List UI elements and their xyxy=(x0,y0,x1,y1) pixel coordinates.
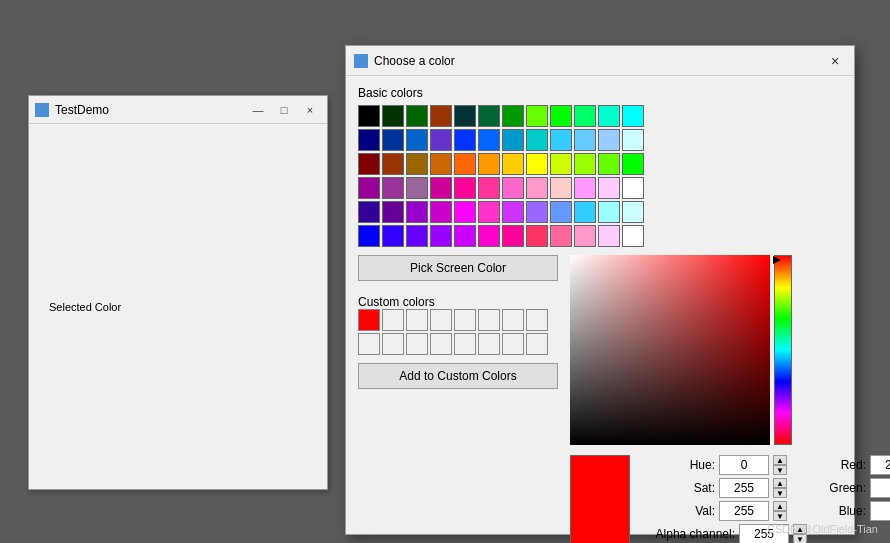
basic-color-swatch[interactable] xyxy=(598,225,620,247)
basic-color-swatch[interactable] xyxy=(598,129,620,151)
basic-color-swatch[interactable] xyxy=(454,177,476,199)
custom-color-swatch[interactable] xyxy=(478,333,500,355)
custom-color-swatch[interactable] xyxy=(454,333,476,355)
hue-down[interactable]: ▼ xyxy=(773,465,787,475)
basic-color-swatch[interactable] xyxy=(478,153,500,175)
basic-color-swatch[interactable] xyxy=(598,105,620,127)
basic-color-swatch[interactable] xyxy=(574,129,596,151)
basic-color-swatch[interactable] xyxy=(478,129,500,151)
basic-color-swatch[interactable] xyxy=(478,225,500,247)
basic-color-swatch[interactable] xyxy=(430,129,452,151)
basic-color-swatch[interactable] xyxy=(406,225,428,247)
basic-color-swatch[interactable] xyxy=(382,201,404,223)
basic-color-swatch[interactable] xyxy=(358,153,380,175)
custom-color-swatch[interactable] xyxy=(430,333,452,355)
basic-color-swatch[interactable] xyxy=(574,153,596,175)
val-up[interactable]: ▲ xyxy=(773,501,787,511)
custom-color-swatch[interactable] xyxy=(382,309,404,331)
basic-color-swatch[interactable] xyxy=(382,105,404,127)
custom-color-swatch[interactable] xyxy=(526,333,548,355)
red-input[interactable] xyxy=(870,455,890,475)
basic-color-swatch[interactable] xyxy=(502,225,524,247)
basic-color-swatch[interactable] xyxy=(406,105,428,127)
custom-color-swatch[interactable] xyxy=(358,333,380,355)
basic-color-swatch[interactable] xyxy=(454,129,476,151)
basic-color-swatch[interactable] xyxy=(454,225,476,247)
sat-input[interactable] xyxy=(719,478,769,498)
basic-color-swatch[interactable] xyxy=(430,225,452,247)
sat-up[interactable]: ▲ xyxy=(773,478,787,488)
alpha-down[interactable]: ▼ xyxy=(793,534,807,543)
basic-color-swatch[interactable] xyxy=(526,105,548,127)
custom-color-swatch[interactable] xyxy=(406,333,428,355)
basic-color-swatch[interactable] xyxy=(406,153,428,175)
basic-color-swatch[interactable] xyxy=(502,177,524,199)
val-input[interactable] xyxy=(719,501,769,521)
basic-color-swatch[interactable] xyxy=(550,129,572,151)
custom-color-swatch[interactable] xyxy=(502,309,524,331)
basic-color-swatch[interactable] xyxy=(358,225,380,247)
basic-color-swatch[interactable] xyxy=(622,105,644,127)
basic-color-swatch[interactable] xyxy=(454,153,476,175)
custom-color-swatch[interactable] xyxy=(502,333,524,355)
basic-color-swatch[interactable] xyxy=(526,177,548,199)
basic-color-swatch[interactable] xyxy=(574,105,596,127)
basic-color-swatch[interactable] xyxy=(454,105,476,127)
basic-color-swatch[interactable] xyxy=(574,177,596,199)
green-input[interactable] xyxy=(870,478,890,498)
basic-color-swatch[interactable] xyxy=(502,201,524,223)
basic-color-swatch[interactable] xyxy=(502,129,524,151)
basic-color-swatch[interactable] xyxy=(358,201,380,223)
custom-color-swatch[interactable] xyxy=(526,309,548,331)
basic-color-swatch[interactable] xyxy=(622,177,644,199)
basic-color-swatch[interactable] xyxy=(574,201,596,223)
basic-color-swatch[interactable] xyxy=(382,177,404,199)
basic-color-swatch[interactable] xyxy=(430,105,452,127)
basic-color-swatch[interactable] xyxy=(574,225,596,247)
val-down[interactable]: ▼ xyxy=(773,511,787,521)
basic-color-swatch[interactable] xyxy=(430,177,452,199)
basic-color-swatch[interactable] xyxy=(502,153,524,175)
basic-color-swatch[interactable] xyxy=(598,153,620,175)
basic-color-swatch[interactable] xyxy=(526,225,548,247)
custom-color-swatch[interactable] xyxy=(382,333,404,355)
basic-color-swatch[interactable] xyxy=(598,201,620,223)
basic-color-swatch[interactable] xyxy=(454,201,476,223)
basic-color-swatch[interactable] xyxy=(382,153,404,175)
basic-color-swatch[interactable] xyxy=(358,105,380,127)
custom-color-swatch[interactable] xyxy=(478,309,500,331)
basic-color-swatch[interactable] xyxy=(550,225,572,247)
basic-color-swatch[interactable] xyxy=(478,201,500,223)
minimize-button[interactable]: — xyxy=(247,101,269,119)
basic-color-swatch[interactable] xyxy=(550,177,572,199)
basic-color-swatch[interactable] xyxy=(526,153,548,175)
pick-screen-button[interactable]: Pick Screen Color xyxy=(358,255,558,281)
basic-color-swatch[interactable] xyxy=(526,201,548,223)
sat-down[interactable]: ▼ xyxy=(773,488,787,498)
basic-color-swatch[interactable] xyxy=(622,129,644,151)
basic-color-swatch[interactable] xyxy=(358,177,380,199)
custom-color-swatch[interactable] xyxy=(430,309,452,331)
basic-color-swatch[interactable] xyxy=(430,153,452,175)
basic-color-swatch[interactable] xyxy=(406,201,428,223)
hue-up[interactable]: ▲ xyxy=(773,455,787,465)
custom-color-swatch[interactable] xyxy=(454,309,476,331)
gradient-picker[interactable] xyxy=(570,255,770,445)
basic-color-swatch[interactable] xyxy=(622,201,644,223)
basic-color-swatch[interactable] xyxy=(550,153,572,175)
basic-color-swatch[interactable] xyxy=(478,177,500,199)
basic-color-swatch[interactable] xyxy=(382,129,404,151)
close-button[interactable]: × xyxy=(299,101,321,119)
basic-color-swatch[interactable] xyxy=(478,105,500,127)
hue-input[interactable] xyxy=(719,455,769,475)
blue-input[interactable] xyxy=(870,501,890,521)
dialog-close-button[interactable]: × xyxy=(824,52,846,70)
basic-color-swatch[interactable] xyxy=(622,225,644,247)
hue-slider[interactable] xyxy=(774,255,792,445)
basic-color-swatch[interactable] xyxy=(598,177,620,199)
basic-color-swatch[interactable] xyxy=(526,129,548,151)
basic-color-swatch[interactable] xyxy=(406,177,428,199)
basic-color-swatch[interactable] xyxy=(406,129,428,151)
custom-color-swatch[interactable] xyxy=(406,309,428,331)
basic-color-swatch[interactable] xyxy=(622,153,644,175)
